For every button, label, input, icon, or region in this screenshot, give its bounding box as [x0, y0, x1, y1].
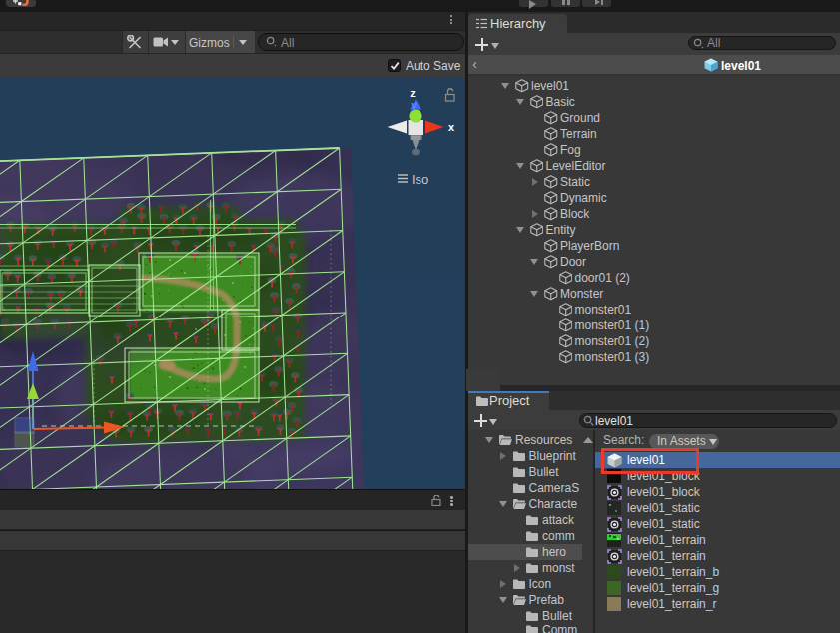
svg-text:x: x: [448, 121, 455, 133]
svg-text:y: y: [411, 100, 417, 111]
svg-text:z: z: [410, 87, 416, 99]
svg-text:Iso: Iso: [412, 172, 428, 187]
